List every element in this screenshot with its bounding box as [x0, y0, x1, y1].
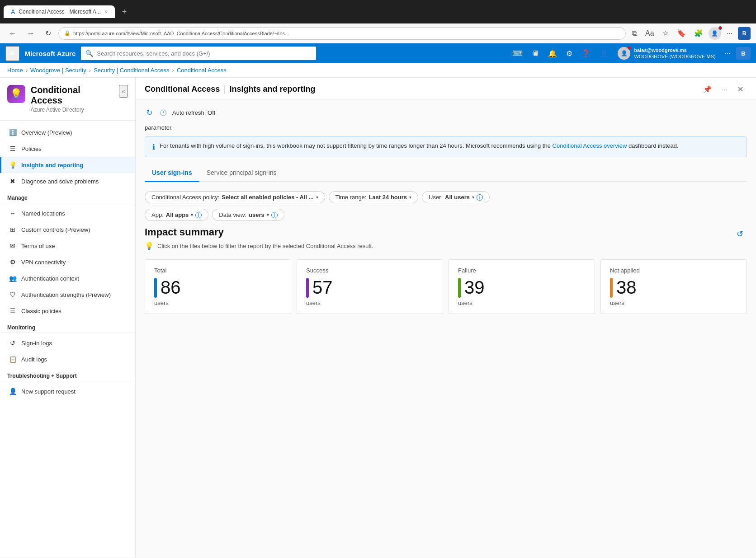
more-header-button[interactable]: ···	[721, 47, 734, 60]
help-button[interactable]: ❓	[578, 47, 594, 61]
policy-filter-prefix: Conditional Access policy:	[151, 194, 219, 201]
breadcrumb-sep-2: ›	[89, 67, 91, 74]
sidebar-item-label-auth-context: Authentication context	[21, 275, 79, 282]
breadcrumb-woodgrove[interactable]: Woodgrove | Security	[30, 67, 86, 74]
hint-icon: 💡	[145, 242, 154, 250]
title-pipe: |	[223, 84, 226, 94]
policies-icon: ☰	[9, 145, 17, 153]
signin-logs-icon: ↺	[9, 339, 17, 347]
support-icon: 👤	[9, 387, 17, 395]
tile-total-bar	[154, 278, 157, 298]
time-filter-button[interactable]: Time range: Last 24 hours ▾	[329, 191, 418, 203]
portal-settings-button[interactable]: 🖥	[528, 47, 543, 60]
bookmark-button[interactable]: 🔖	[674, 27, 689, 39]
tile-total[interactable]: Total 86 users	[145, 259, 291, 314]
policy-filter-button[interactable]: Conditional Access policy: Select all en…	[145, 191, 325, 203]
close-content-button[interactable]: ✕	[734, 83, 747, 95]
app-filter-info-icon[interactable]: i	[195, 212, 202, 218]
favorites-button[interactable]: ☆	[660, 27, 671, 39]
back-button[interactable]: ←	[5, 28, 20, 39]
page-refresh-button[interactable]: ↻	[145, 107, 154, 119]
tile-success-number: 57	[306, 277, 434, 298]
sidebar-subtitle: Azure Active Directory	[31, 107, 114, 113]
sidebar-item-auth-context[interactable]: 👥 Authentication context	[0, 270, 135, 286]
sidebar-item-overview[interactable]: ℹ️ Overview (Preview)	[0, 124, 135, 141]
impact-refresh-button[interactable]: ↺	[733, 227, 747, 241]
sidebar-item-classic-policies[interactable]: ☰ Classic policies	[0, 303, 135, 319]
tile-success[interactable]: Success 57 users	[297, 259, 443, 314]
read-mode-button[interactable]: Aa	[643, 28, 657, 39]
tile-not-applied[interactable]: Not applied 38 users	[600, 259, 747, 314]
user-filter-button[interactable]: User: All users ▾ i	[422, 191, 490, 203]
tile-failure[interactable]: Failure 39 users	[449, 259, 595, 314]
browser-tab[interactable]: A Conditional Access - Microsoft A... ×	[4, 5, 115, 18]
sidebar-item-auth-strengths[interactable]: 🛡 Authentication strengths (Preview)	[0, 286, 135, 303]
feedback-button[interactable]: 👤	[596, 47, 612, 61]
breadcrumb: Home › Woodgrove | Security › Security |…	[0, 63, 756, 78]
cloud-shell-button[interactable]: ⌨	[509, 47, 526, 61]
sidebar-item-policies[interactable]: ☰ Policies	[0, 141, 135, 157]
app-filter-value: All apps	[166, 211, 189, 218]
sidebar-item-new-support[interactable]: 👤 New support request	[0, 383, 135, 399]
ca-overview-link[interactable]: Conditional Access overview	[553, 142, 627, 149]
sidebar-item-insights[interactable]: 💡 Insights and reporting	[0, 157, 135, 173]
more-content-button[interactable]: ···	[718, 83, 731, 95]
tab-close-button[interactable]: ×	[104, 9, 108, 15]
app-filter-button[interactable]: App: All apps ▾ i	[145, 209, 208, 221]
tile-failure-bar	[458, 278, 461, 298]
sidebar-item-label-signin-logs: Sign-in logs	[21, 340, 52, 347]
browser-refresh-button[interactable]: ↻	[42, 27, 55, 39]
breadcrumb-home[interactable]: Home	[7, 67, 23, 74]
time-chevron-icon: ▾	[409, 195, 411, 200]
dataview-filter-info-icon[interactable]: i	[271, 212, 278, 218]
sidebar-item-custom-controls[interactable]: ⊞ Custom controls (Preview)	[0, 221, 135, 238]
forward-button[interactable]: →	[24, 28, 38, 39]
dataview-filter-button[interactable]: Data view: users ▾ i	[212, 209, 284, 221]
breadcrumb-ca[interactable]: Conditional Access	[177, 67, 227, 74]
tab-user-signins[interactable]: User sign-ins	[145, 164, 199, 182]
pin-button[interactable]: 📌	[699, 83, 715, 95]
sidebar-item-label-new-support: New support request	[21, 388, 76, 395]
sidebar-item-diagnose[interactable]: ✖ Diagnose and solve problems	[0, 173, 135, 189]
tab-title: Conditional Access - Microsoft A...	[19, 9, 100, 15]
sidebar-item-vpn[interactable]: ⚙ VPN connectivity	[0, 254, 135, 270]
auth-strengths-icon: 🛡	[9, 291, 17, 299]
sidebar-collapse-button[interactable]: «	[119, 85, 128, 98]
sidebar-item-audit-logs[interactable]: 📋 Audit logs	[0, 351, 135, 367]
sidebar-item-named-locations[interactable]: ↔ Named locations	[0, 205, 135, 221]
extensions-button[interactable]: 🧩	[691, 27, 706, 39]
user-filter-info-icon[interactable]: i	[477, 194, 483, 201]
tab-service-signins[interactable]: Service principal sign-ins	[199, 164, 284, 182]
info-banner-text: For tenants with high volume of sign-ins…	[160, 142, 679, 151]
manage-section-label: Manage	[0, 189, 135, 203]
notifications-button[interactable]: 🔔	[544, 47, 561, 61]
breadcrumb-sep-3: ›	[172, 67, 174, 74]
tile-total-unit: users	[154, 300, 282, 306]
header-icons: ⌨ 🖥 🔔 ⚙ ❓ 👤 👤 balas@woodgrove.ms WOODGRO…	[509, 47, 751, 61]
bing-header-button[interactable]: B	[736, 47, 751, 60]
sidebar-item-label-custom-controls: Custom controls (Preview)	[21, 226, 90, 233]
azure-search-box[interactable]: 🔍	[81, 47, 316, 60]
bing-chat-button[interactable]: B	[738, 27, 751, 40]
search-input[interactable]	[97, 50, 312, 57]
browser-controls: ← → ↻ 🔒 https://portal.azure.com/#view/M…	[0, 23, 756, 43]
tile-success-bar	[306, 278, 309, 298]
dataview-filter-prefix: Data view:	[219, 211, 246, 218]
insights-icon: 💡	[9, 161, 17, 169]
hamburger-menu-button[interactable]: ≡	[5, 46, 19, 61]
user-chevron-icon: ▾	[472, 195, 474, 200]
sidebar-item-label-insights: Insights and reporting	[21, 162, 83, 169]
main-layout: 💡 Conditional Access Azure Active Direct…	[0, 78, 756, 558]
address-bar[interactable]: 🔒 https://portal.azure.com/#view/Microso…	[58, 27, 626, 40]
browser-user-avatar[interactable]: 👤	[709, 27, 721, 40]
breadcrumb-security-ca[interactable]: Security | Conditional Access	[94, 67, 169, 74]
new-tab-button[interactable]: +	[118, 5, 131, 19]
split-view-button[interactable]: ⧉	[629, 28, 640, 39]
sidebar-item-signin-logs[interactable]: ↺ Sign-in logs	[0, 335, 135, 351]
settings-button[interactable]: ⚙	[562, 47, 576, 61]
user-profile-section[interactable]: 👤 balas@woodgrove.ms WOODGROVE (WOODGROV…	[614, 47, 719, 60]
sidebar-item-terms-of-use[interactable]: ✉ Terms of use	[0, 238, 135, 254]
tile-failure-label: Failure	[458, 267, 586, 274]
impact-summary-title: Impact summary	[145, 226, 224, 238]
more-browser-button[interactable]: ···	[724, 28, 735, 39]
